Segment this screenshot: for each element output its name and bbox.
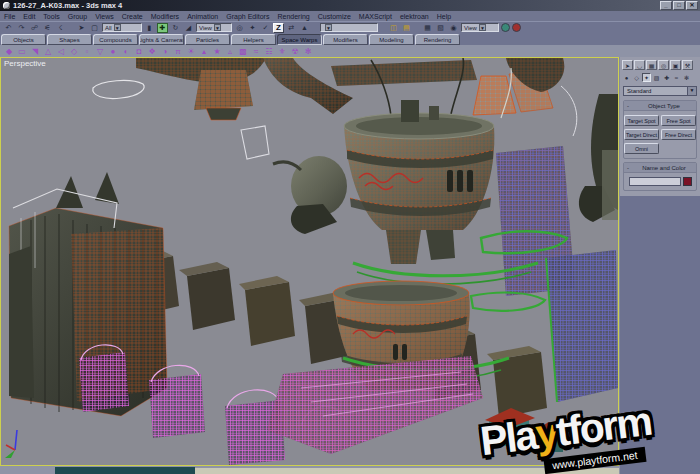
systems-category-icon[interactable]: ✻ xyxy=(682,73,691,82)
menu-edit[interactable]: Edit xyxy=(19,13,39,20)
select-by-name-icon[interactable]: ▮ xyxy=(144,23,155,33)
menu-customize[interactable]: Customize xyxy=(314,13,355,20)
render-scene-icon[interactable] xyxy=(501,23,510,32)
select-rotate-icon[interactable]: ↻ xyxy=(170,23,181,33)
space-warp-object-icon[interactable]: ▴ xyxy=(199,46,209,56)
menu-help[interactable]: Help xyxy=(433,13,455,20)
space-warp-object-icon[interactable]: ▽ xyxy=(95,46,105,56)
object-name-input[interactable] xyxy=(629,177,681,186)
tab-helpers[interactable]: Helpers xyxy=(231,34,276,45)
menu-animation[interactable]: Animation xyxy=(183,13,222,20)
menu-group[interactable]: Group xyxy=(64,13,91,20)
menu-maxscript[interactable]: MAXScript xyxy=(355,13,396,20)
align-icon[interactable]: ▤ xyxy=(401,23,412,33)
space-warp-object-icon[interactable]: ▭ xyxy=(17,46,27,56)
space-warp-object-icon[interactable]: ◁ xyxy=(56,46,66,56)
tab-compounds[interactable]: Compounds xyxy=(93,34,138,45)
undo-icon[interactable]: ↶ xyxy=(3,23,14,33)
quick-render-icon[interactable] xyxy=(512,23,521,32)
mirror-icon[interactable]: ◫ xyxy=(388,23,399,33)
material-editor-icon[interactable]: ◉ xyxy=(448,23,459,33)
space-warp-object-icon[interactable]: ▫ xyxy=(82,46,92,56)
space-warp-object-icon[interactable]: π xyxy=(173,46,183,56)
space-warp-object-icon[interactable]: ◇ xyxy=(69,46,79,56)
menu-rendering[interactable]: Rendering xyxy=(273,13,313,20)
tab-modifiers[interactable]: Modifiers xyxy=(323,34,368,45)
space-warps-category-icon[interactable]: ≈ xyxy=(672,73,681,82)
target-spot-button[interactable]: Target Spot xyxy=(624,115,659,126)
redo-icon[interactable]: ↷ xyxy=(16,23,27,33)
use-center-icon[interactable]: ◎ xyxy=(234,23,245,33)
menu-graph-editors[interactable]: Graph Editors xyxy=(222,13,273,20)
named-selection-sets-dropdown[interactable]: ▼ xyxy=(320,23,378,32)
display-tab-icon[interactable]: ▣ xyxy=(670,60,681,70)
track-view-icon[interactable]: ▦ xyxy=(422,23,433,33)
space-warp-object-icon[interactable]: ⚜ xyxy=(277,46,287,56)
space-warp-object-icon[interactable]: ▵ xyxy=(225,46,235,56)
motion-tab-icon[interactable]: ◎ xyxy=(658,60,669,70)
ik-toggle-icon[interactable]: ✓ xyxy=(260,23,271,33)
render-type-dropdown[interactable]: View ▼ xyxy=(461,23,499,32)
tab-particles[interactable]: Particles xyxy=(185,34,230,45)
space-warp-object-icon[interactable]: ◆ xyxy=(4,46,14,56)
helpers-category-icon[interactable]: ✚ xyxy=(662,73,671,82)
menu-tools[interactable]: Tools xyxy=(39,13,63,20)
select-scale-icon[interactable]: ◢ xyxy=(183,23,194,33)
restrict-xy-icon[interactable]: ⇄ xyxy=(286,23,297,33)
viewport-label[interactable]: Perspective xyxy=(4,59,46,68)
geometry-category-icon[interactable]: ● xyxy=(622,73,631,82)
tab-objects[interactable]: Objects xyxy=(1,34,46,45)
omni-button[interactable]: Omni xyxy=(624,143,659,154)
shapes-category-icon[interactable]: ◇ xyxy=(632,73,641,82)
space-warp-object-icon[interactable]: ☀ xyxy=(186,46,196,56)
select-move-icon[interactable]: ✚ xyxy=(157,23,168,33)
space-warp-object-icon[interactable]: ★ xyxy=(212,46,222,56)
menu-create[interactable]: Create xyxy=(118,13,147,20)
light-type-dropdown[interactable]: Standard ▼ xyxy=(623,86,697,96)
space-warp-object-icon[interactable]: ◥ xyxy=(30,46,40,56)
hierarchy-tab-icon[interactable]: ▦ xyxy=(646,60,657,70)
space-warp-object-icon[interactable]: ≈ xyxy=(251,46,261,56)
maximize-icon[interactable]: □ xyxy=(673,1,685,10)
manipulate-icon[interactable]: ✦ xyxy=(247,23,258,33)
tab-space-warps[interactable]: Space Warps xyxy=(277,34,322,45)
menu-modifiers[interactable]: Modifiers xyxy=(147,13,183,20)
menu-views[interactable]: Views xyxy=(91,13,118,20)
object-type-rollout-header[interactable]: - Object Type xyxy=(624,101,696,111)
select-link-icon[interactable]: ☍ xyxy=(29,23,40,33)
free-spot-button[interactable]: Free Spot xyxy=(661,115,696,126)
space-warp-object-icon[interactable]: △ xyxy=(43,46,53,56)
space-warp-object-icon[interactable]: ❖ xyxy=(147,46,157,56)
tab-lights-cameras[interactable]: Lights & Cameras xyxy=(139,34,184,45)
selection-filter-dropdown[interactable]: All ▼ xyxy=(102,23,142,32)
menu-plugin[interactable]: elektroan xyxy=(396,13,433,20)
snap-toggle-icon[interactable]: ▲ xyxy=(299,23,310,33)
restrict-z-button[interactable]: Z xyxy=(273,23,284,33)
space-warp-object-icon[interactable]: ◐ xyxy=(121,46,131,56)
modify-tab-icon[interactable]: ◡ xyxy=(634,60,645,70)
name-color-rollout-header[interactable]: - Name and Color xyxy=(624,163,696,173)
free-direct-button[interactable]: Free Direct xyxy=(661,129,696,140)
close-icon[interactable]: ✕ xyxy=(686,1,698,10)
tab-rendering[interactable]: Rendering xyxy=(415,34,460,45)
select-object-icon[interactable]: ➤ xyxy=(76,23,87,33)
space-warp-object-icon[interactable]: ☷ xyxy=(264,46,274,56)
unlink-selection-icon[interactable]: ⚟ xyxy=(42,23,53,33)
cameras-category-icon[interactable]: ▨ xyxy=(652,73,661,82)
tab-modeling[interactable]: Modeling xyxy=(369,34,414,45)
perspective-viewport[interactable]: Perspective xyxy=(0,57,619,466)
schematic-view-icon[interactable]: ▧ xyxy=(435,23,446,33)
target-direct-button[interactable]: Target Direct xyxy=(624,129,659,140)
minimize-icon[interactable]: _ xyxy=(660,1,672,10)
tab-shapes[interactable]: Shapes xyxy=(47,34,92,45)
menu-file[interactable]: File xyxy=(0,13,19,20)
create-tab-icon[interactable]: ➤ xyxy=(622,60,633,70)
space-warp-object-icon[interactable]: ◘ xyxy=(134,46,144,56)
object-color-swatch[interactable] xyxy=(683,177,692,186)
space-warp-object-icon[interactable]: ☢ xyxy=(290,46,300,56)
space-warp-object-icon[interactable]: ● xyxy=(108,46,118,56)
utilities-tab-icon[interactable]: ⚒ xyxy=(682,60,693,70)
bind-spacewarp-icon[interactable]: ☇ xyxy=(55,23,66,33)
reference-coord-dropdown[interactable]: View ▼ xyxy=(196,23,232,32)
lights-category-icon[interactable]: ✦ xyxy=(642,73,651,82)
